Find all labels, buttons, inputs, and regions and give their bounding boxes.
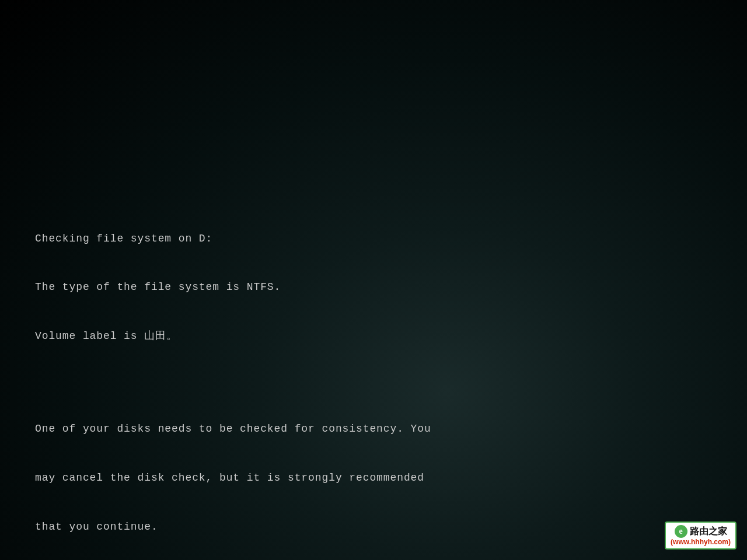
terminal-line-5: One of your disks needs to be checked fo… [35, 421, 431, 438]
terminal-line-2: The type of the file system is NTFS. [35, 279, 431, 296]
volume-label-value: 山田。 [144, 330, 177, 342]
volume-label-prefix: Volume label is [35, 330, 144, 342]
terminal-line-6: may cancel the disk check, but it is str… [35, 470, 431, 487]
terminal-gap [35, 377, 431, 389]
terminal-output: Checking file system on D: The type of t… [35, 198, 431, 560]
watermark-sitename: 路由之家 [690, 526, 727, 538]
watermark-top: e 路由之家 [675, 525, 727, 538]
terminal-line-7: that you continue. [35, 519, 431, 536]
terminal-line-3: Volume label is 山田。 [35, 328, 431, 345]
screen: Checking file system on D: The type of t… [0, 0, 747, 560]
terminal-line-1: Checking file system on D: [35, 231, 431, 247]
watermark-url: (www.hhhyh.com) [671, 538, 731, 546]
watermark: e 路由之家 (www.hhhyh.com) [665, 522, 736, 550]
watermark-icon: e [675, 525, 687, 538]
